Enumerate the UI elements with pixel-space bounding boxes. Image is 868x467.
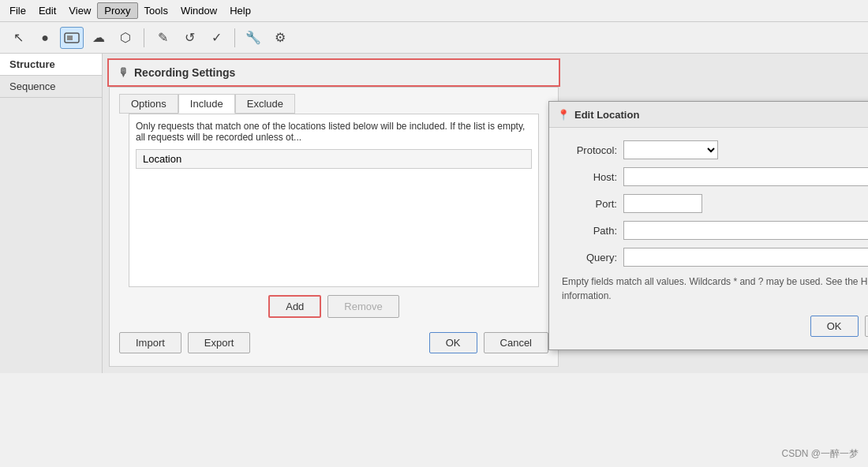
add-remove-btn-row: Add Remove (110, 287, 558, 326)
bottom-btn-right: OK Cancel (429, 332, 548, 353)
tab-structure[interactable]: Structure (0, 54, 102, 76)
host-label: Host: (562, 171, 617, 183)
path-label: Path: (562, 225, 617, 237)
menu-window[interactable]: Window (174, 3, 223, 18)
dialog-ok-button[interactable]: OK (810, 316, 859, 337)
location-table: Location (136, 149, 532, 169)
recording-icon: 🎙 (118, 66, 129, 79)
protocol-label: Protocol: (562, 144, 617, 156)
tab-include[interactable]: Include (178, 94, 235, 114)
toolbar: ↖ ● ☁ ⬡ ✎ ↺ ✓ 🔧 ⚙ (0, 22, 868, 54)
help-text: Empty fields match all values. Wildcards… (562, 275, 868, 303)
toolbar-sep-2 (234, 28, 235, 47)
import-button[interactable]: Import (119, 332, 181, 353)
recording-settings-label: Recording Settings (134, 66, 235, 79)
dialog-title-icon: 📍 (557, 109, 570, 121)
left-panel: Structure Sequence (0, 54, 103, 373)
wrench-tool-btn[interactable]: 🔧 (241, 27, 265, 49)
tab-sequence[interactable]: Sequence (0, 76, 102, 98)
menu-edit[interactable]: Edit (32, 3, 62, 18)
help-text-content: Empty fields match all values. Wildcards… (562, 276, 868, 301)
dialog-titlebar: 📍 Edit Location ✕ (549, 102, 868, 128)
refresh-tool-btn[interactable]: ↺ (178, 27, 201, 49)
inner-tabs: Options Include Exclude (110, 88, 558, 114)
port-row: Port: (562, 194, 868, 213)
dialog-buttons: OK Cancel (562, 316, 868, 337)
query-row: Query: (562, 248, 868, 267)
path-input[interactable] (623, 221, 868, 240)
menu-proxy[interactable]: Proxy (97, 2, 137, 19)
watermark: CSDN @一醉一梦 (781, 447, 859, 461)
cloud-tool-btn[interactable]: ☁ (87, 27, 110, 49)
query-label: Query: (562, 252, 617, 263)
menu-tools[interactable]: Tools (138, 3, 174, 18)
bottom-btn-left: Import Export (119, 332, 250, 353)
dialog-title: 📍 Edit Location (557, 109, 639, 121)
host-input[interactable] (623, 167, 868, 186)
location-column-header: Location (137, 150, 532, 169)
dialog-cancel-button[interactable]: Cancel (865, 316, 868, 337)
cancel-button[interactable]: Cancel (484, 332, 548, 353)
description-text: Only requests that match one of the loca… (136, 121, 532, 143)
bottom-btn-row: Import Export OK Cancel (110, 326, 558, 360)
content-area: Structure Sequence 🎙 Recording Settings … (0, 54, 868, 373)
export-button[interactable]: Export (188, 332, 251, 353)
protocol-select[interactable]: http https (623, 140, 718, 159)
record-tool-btn[interactable] (60, 27, 84, 49)
port-label: Port: (562, 198, 617, 210)
tab-exclude[interactable]: Exclude (235, 94, 295, 114)
remove-button[interactable]: Remove (327, 295, 398, 318)
circle-tool-btn[interactable]: ● (33, 27, 57, 49)
query-input[interactable] (623, 248, 868, 267)
menu-help[interactable]: Help (223, 3, 257, 18)
ok-button[interactable]: OK (429, 332, 477, 353)
host-row: Host: (562, 167, 868, 186)
recording-settings-title: 🎙 Recording Settings (107, 58, 560, 87)
port-input[interactable] (623, 194, 702, 213)
hexagon-tool-btn[interactable]: ⬡ (114, 27, 137, 49)
menu-file[interactable]: File (3, 3, 32, 18)
include-tab-content: Only requests that match one of the loca… (129, 114, 539, 287)
svg-rect-1 (67, 35, 73, 40)
gear-tool-btn[interactable]: ⚙ (268, 27, 292, 49)
tab-options[interactable]: Options (119, 94, 178, 114)
record-icon (64, 32, 80, 44)
edit-location-dialog: 📍 Edit Location ✕ Protocol: http https (548, 101, 868, 350)
menubar: File Edit View Proxy Tools Window Help (0, 0, 868, 22)
add-button[interactable]: Add (268, 295, 321, 318)
dialog-body: Protocol: http https Host: Port: (549, 128, 868, 349)
toolbar-sep-1 (144, 28, 144, 47)
protocol-row: Protocol: http https (562, 140, 868, 159)
dialog-title-label: Edit Location (574, 109, 639, 121)
check-tool-btn[interactable]: ✓ (204, 27, 228, 49)
menu-view[interactable]: View (62, 3, 97, 18)
path-row: Path: (562, 221, 868, 240)
pen-tool-btn[interactable]: ✎ (151, 27, 174, 49)
right-content: 🎙 Recording Settings Options Include Exc… (103, 54, 868, 373)
arrow-tool-btn[interactable]: ↖ (6, 27, 30, 49)
